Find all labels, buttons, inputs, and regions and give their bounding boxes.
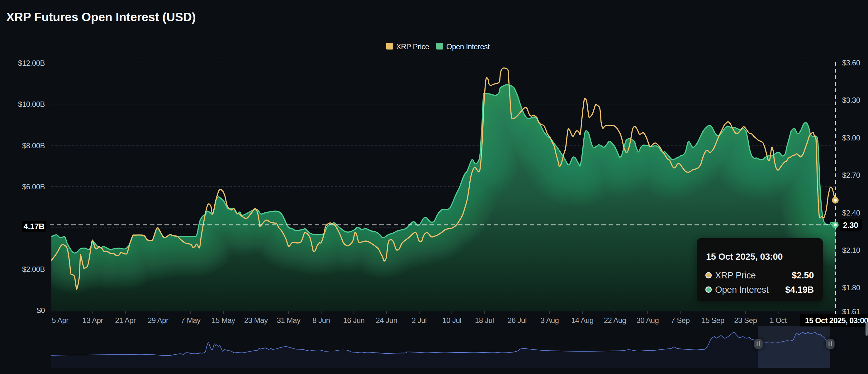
svg-text:Open Interest: Open Interest [715, 285, 769, 294]
svg-text:21 Apr: 21 Apr [115, 316, 136, 324]
svg-text:7 May: 7 May [181, 316, 200, 324]
svg-text:15 May: 15 May [212, 316, 235, 324]
svg-text:29 Apr: 29 Apr [148, 316, 168, 324]
svg-text:$8.00B: $8.00B [22, 142, 45, 150]
svg-text:$3.30: $3.30 [842, 96, 860, 104]
svg-text:5 Apr: 5 Apr [52, 316, 68, 324]
svg-text:2 Jul: 2 Jul [412, 316, 427, 324]
svg-text:$3.60: $3.60 [842, 59, 860, 67]
svg-text:$2.00B: $2.00B [22, 265, 45, 273]
svg-text:2.30: 2.30 [843, 220, 858, 230]
svg-text:$4.19B: $4.19B [785, 285, 814, 294]
svg-text:22 Aug: 22 Aug [604, 316, 626, 324]
svg-text:$3.00: $3.00 [842, 133, 860, 142]
svg-text:$1.80: $1.80 [842, 283, 860, 292]
svg-text:30 Aug: 30 Aug [637, 316, 659, 324]
svg-text:23 May: 23 May [244, 316, 268, 324]
svg-text:8 Jun: 8 Jun [312, 316, 330, 324]
svg-text:$0: $0 [37, 306, 45, 314]
svg-text:$2.10: $2.10 [842, 246, 860, 254]
svg-text:13 Apr: 13 Apr [83, 316, 103, 324]
svg-text:15 Oct 2025, 03:00: 15 Oct 2025, 03:00 [805, 316, 868, 325]
svg-text:$2.70: $2.70 [842, 171, 860, 179]
svg-text:$10.00B: $10.00B [18, 100, 45, 108]
svg-text:3 Aug: 3 Aug [541, 316, 559, 324]
svg-text:23 Sep: 23 Sep [734, 316, 757, 324]
svg-text:24 Jun: 24 Jun [376, 316, 397, 324]
svg-text:XRP Price: XRP Price [396, 42, 429, 51]
svg-text:XRP Price: XRP Price [715, 270, 756, 280]
svg-text:Open Interest: Open Interest [446, 42, 490, 51]
svg-text:31 May: 31 May [277, 316, 301, 324]
svg-text:$12.00B: $12.00B [18, 59, 45, 67]
svg-text:18 Jul: 18 Jul [475, 316, 494, 324]
svg-text:15 Sep: 15 Sep [702, 316, 724, 324]
svg-text:4.17B: 4.17B [24, 222, 44, 231]
svg-text:14 Aug: 14 Aug [571, 316, 594, 324]
svg-text:$2.50: $2.50 [792, 270, 814, 280]
svg-text:7 Sep: 7 Sep [671, 316, 689, 324]
svg-text:$6.00B: $6.00B [22, 183, 45, 191]
svg-text:1 Oct: 1 Oct [770, 316, 787, 324]
svg-text:10 Jul: 10 Jul [442, 316, 461, 324]
svg-text:15 Oct 2025, 03:00: 15 Oct 2025, 03:00 [706, 252, 783, 261]
svg-text:$2.40: $2.40 [842, 209, 860, 217]
svg-text:26 Jul: 26 Jul [508, 316, 527, 324]
svg-text:16 Jun: 16 Jun [343, 316, 365, 324]
svg-text:XRP Futures Open Interest (USD: XRP Futures Open Interest (USD) [6, 10, 196, 24]
